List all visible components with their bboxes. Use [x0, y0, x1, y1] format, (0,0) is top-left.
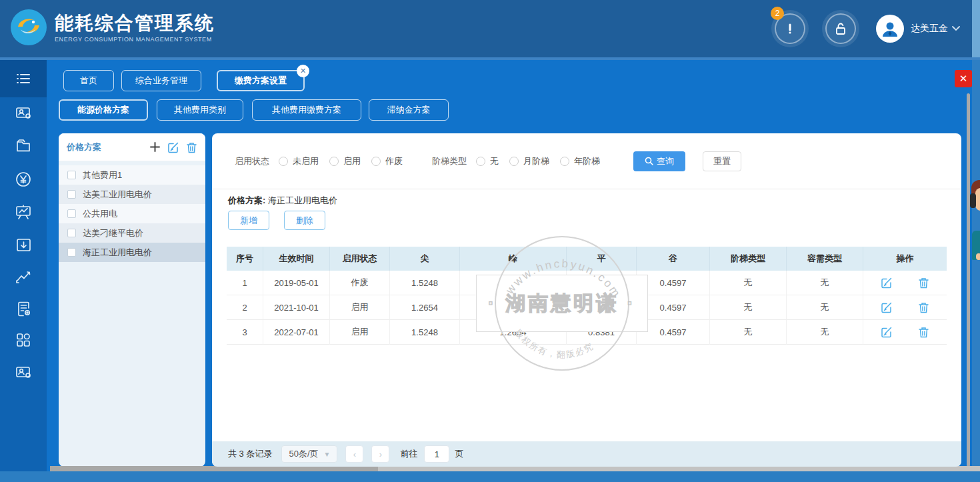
column-header: 平 — [567, 247, 637, 271]
price-scheme-label: 达美刁继平电价 — [83, 227, 143, 239]
app-title: 能耗综合管理系统 — [55, 13, 215, 34]
cell-ladder-type: 无 — [710, 271, 787, 295]
user-icon — [880, 19, 900, 39]
page-number-input[interactable] — [424, 445, 449, 463]
radio-ladder-none[interactable]: 无 — [476, 155, 499, 167]
sidebar-item-monitor[interactable] — [0, 196, 47, 228]
radio-ladder-monthly[interactable]: 月阶梯 — [509, 155, 549, 167]
chevron-down-icon[interactable] — [952, 26, 960, 31]
radio-icon — [329, 157, 339, 166]
edit-icon[interactable] — [881, 326, 893, 338]
search-icon — [645, 157, 653, 165]
checkbox[interactable] — [67, 248, 76, 257]
next-page-button[interactable]: › — [371, 445, 389, 463]
cell-seq: 3 — [227, 320, 263, 345]
prev-page-button[interactable]: ‹ — [345, 445, 363, 463]
column-header: 启用状态 — [330, 247, 390, 271]
add-button[interactable]: 新增 — [228, 211, 269, 230]
subtab-energy-price-scheme[interactable]: 能源价格方案 — [59, 99, 148, 121]
sidebar-item-user-admin[interactable] — [0, 97, 47, 129]
sidebar-item-account-admin[interactable] — [0, 356, 47, 388]
price-scheme-item[interactable]: 达美工业用电电价 — [59, 185, 205, 204]
column-header: 序号 — [227, 247, 263, 271]
delete-button[interactable]: 删除 — [284, 211, 325, 230]
horizontal-scrollbar[interactable] — [50, 466, 980, 471]
line-chart-icon — [14, 267, 33, 286]
horizontal-scrollbar-thumb[interactable] — [50, 466, 378, 471]
table-header-row: 序号 生效时间 启用状态 尖 峰 平 谷 阶梯类型 容需类型 操作 — [227, 247, 947, 271]
page-size-select[interactable]: 50条/页 ▼ — [281, 445, 337, 463]
checkbox[interactable] — [67, 229, 76, 237]
radio-label: 启用 — [343, 155, 361, 167]
cell-effective-date: 2019-05-01 — [263, 271, 330, 295]
sidebar-item-import[interactable] — [0, 229, 47, 261]
radio-ladder-yearly[interactable]: 年阶梯 — [560, 155, 600, 167]
radio-label: 月阶梯 — [523, 155, 549, 167]
search-button-label: 查询 — [657, 155, 674, 167]
checkbox[interactable] — [67, 171, 76, 179]
tab-home[interactable]: 首页 — [63, 70, 114, 91]
right-edge-strip — [972, 0, 980, 57]
subtab-label: 滞纳金方案 — [387, 104, 431, 116]
add-icon[interactable] — [149, 141, 161, 153]
edit-icon[interactable] — [881, 301, 893, 313]
cell-ladder-type: 无 — [710, 295, 787, 320]
cell-effective-date: 2022-07-01 — [263, 320, 330, 345]
sidebar-item-apps[interactable] — [0, 324, 47, 356]
close-tab-button[interactable]: ✕ — [955, 70, 972, 87]
delete-icon[interactable] — [918, 326, 929, 338]
menu-list-icon — [15, 70, 32, 87]
mascot-avatar[interactable] — [970, 179, 980, 265]
notification-badge: 2 — [771, 7, 784, 20]
cell-capacity-type: 无 — [787, 271, 863, 295]
folder-icon — [15, 137, 33, 155]
price-scheme-item[interactable]: 达美刁继平电价 — [59, 223, 205, 243]
radio-status-not-enabled[interactable]: 未启用 — [279, 155, 319, 167]
reset-button[interactable]: 重置 — [703, 151, 741, 171]
radio-status-enabled[interactable]: 启用 — [329, 155, 361, 167]
checkbox[interactable] — [67, 190, 76, 199]
price-scheme-item[interactable]: 公共用电 — [59, 204, 205, 223]
edit-icon[interactable] — [167, 141, 179, 153]
panel-title: 价格方案 — [67, 141, 149, 153]
tab-payment-scheme-settings[interactable]: 缴费方案设置 ✕ — [217, 70, 305, 91]
sidebar-item-menu[interactable] — [0, 60, 47, 97]
edit-icon[interactable] — [881, 277, 893, 289]
radio-label: 作废 — [385, 155, 403, 167]
subtab-other-fee-payment-scheme[interactable]: 其他费用缴费方案 — [252, 99, 361, 121]
cell-status: 启用 — [330, 295, 390, 320]
delete-icon[interactable] — [918, 301, 929, 313]
sidebar-item-analytics[interactable] — [0, 261, 47, 293]
radio-icon — [279, 157, 288, 166]
sidebar-item-billing[interactable] — [0, 163, 47, 195]
tab-payment-label: 缴费方案设置 — [235, 75, 287, 87]
column-header: 容需类型 — [787, 247, 863, 271]
sidebar-item-report-config[interactable] — [0, 293, 47, 325]
subtab-late-fee-scheme[interactable]: 滞纳金方案 — [369, 99, 449, 121]
tab-business-management[interactable]: 综合业务管理 — [121, 70, 201, 91]
app-subtitle: ENERGY CONSUMPTION MANAGEMENT SYSTEM — [55, 36, 215, 43]
lock-icon — [833, 21, 848, 36]
price-scheme-item-selected[interactable]: 海正工业用电电价 — [59, 243, 205, 262]
tab-business-label: 综合业务管理 — [135, 75, 187, 87]
vertical-scrollbar[interactable] — [967, 93, 970, 467]
radio-icon — [560, 157, 569, 166]
radio-label: 无 — [490, 155, 499, 167]
sidebar-item-files[interactable] — [0, 129, 47, 161]
radio-status-voided[interactable]: 作废 — [371, 155, 403, 167]
lock-button[interactable] — [825, 13, 856, 44]
price-scheme-item[interactable]: 其他费用1 — [59, 165, 205, 185]
user-card-gear-icon — [15, 104, 33, 122]
subtab-other-fee-category[interactable]: 其他费用类别 — [157, 99, 243, 121]
notification-button[interactable]: 2 — [775, 13, 805, 44]
cell-capacity-type: 无 — [787, 295, 863, 320]
delete-icon[interactable] — [918, 277, 929, 289]
tab-close-badge-icon[interactable]: ✕ — [297, 65, 309, 77]
delete-icon[interactable] — [186, 141, 197, 153]
avatar[interactable] — [876, 15, 904, 43]
username: 达美五金 — [911, 23, 948, 35]
search-button[interactable]: 查询 — [633, 151, 685, 171]
checkbox[interactable] — [67, 209, 76, 218]
column-header: 谷 — [637, 247, 710, 271]
radio-icon — [371, 157, 381, 166]
